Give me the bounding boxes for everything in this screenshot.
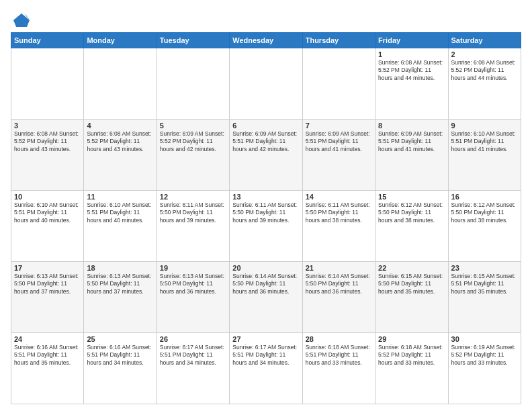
day-cell: 21Sunrise: 6:14 AM Sunset: 5:50 PM Dayli… (302, 262, 375, 333)
day-cell: 12Sunrise: 6:11 AM Sunset: 5:50 PM Dayli… (157, 191, 229, 262)
day-cell: 3Sunrise: 6:08 AM Sunset: 5:52 PM Daylig… (11, 120, 84, 191)
day-cell: 26Sunrise: 6:17 AM Sunset: 5:51 PM Dayli… (157, 333, 229, 404)
day-number: 10 (14, 193, 81, 201)
day-number: 18 (87, 264, 153, 272)
day-cell: 30Sunrise: 6:19 AM Sunset: 5:52 PM Dayli… (448, 333, 521, 404)
day-info: Sunrise: 6:16 AM Sunset: 5:51 PM Dayligh… (14, 344, 81, 367)
day-number: 16 (451, 193, 518, 201)
day-number: 26 (160, 335, 226, 343)
day-number: 20 (232, 264, 299, 272)
logo (11, 11, 31, 30)
calendar-table: SundayMondayTuesdayWednesdayThursdayFrid… (11, 32, 521, 404)
day-number: 25 (87, 335, 153, 343)
day-info: Sunrise: 6:10 AM Sunset: 5:51 PM Dayligh… (87, 201, 153, 224)
day-info: Sunrise: 6:10 AM Sunset: 5:51 PM Dayligh… (14, 201, 81, 224)
day-number: 5 (160, 122, 226, 130)
day-cell: 18Sunrise: 6:13 AM Sunset: 5:50 PM Dayli… (84, 262, 157, 333)
day-info: Sunrise: 6:13 AM Sunset: 5:50 PM Dayligh… (160, 273, 226, 295)
day-cell: 16Sunrise: 6:12 AM Sunset: 5:50 PM Dayli… (448, 191, 521, 262)
week-row-3: 10Sunrise: 6:10 AM Sunset: 5:51 PM Dayli… (11, 191, 521, 262)
day-cell: 6Sunrise: 6:09 AM Sunset: 5:51 PM Daylig… (230, 120, 302, 191)
day-cell: 8Sunrise: 6:09 AM Sunset: 5:51 PM Daylig… (375, 120, 448, 191)
day-info: Sunrise: 6:11 AM Sunset: 5:50 PM Dayligh… (160, 201, 226, 224)
day-info: Sunrise: 6:11 AM Sunset: 5:50 PM Dayligh… (306, 201, 372, 224)
day-cell: 10Sunrise: 6:10 AM Sunset: 5:51 PM Dayli… (11, 191, 84, 262)
day-info: Sunrise: 6:14 AM Sunset: 5:50 PM Dayligh… (306, 273, 372, 295)
day-number: 8 (378, 122, 445, 130)
day-cell: 1Sunrise: 6:08 AM Sunset: 5:52 PM Daylig… (375, 48, 448, 120)
day-info: Sunrise: 6:09 AM Sunset: 5:51 PM Dayligh… (232, 130, 299, 153)
day-cell (230, 48, 302, 120)
day-info: Sunrise: 6:16 AM Sunset: 5:51 PM Dayligh… (87, 344, 153, 367)
day-number: 19 (160, 264, 226, 272)
day-info: Sunrise: 6:09 AM Sunset: 5:52 PM Dayligh… (160, 130, 226, 153)
day-cell: 14Sunrise: 6:11 AM Sunset: 5:50 PM Dayli… (302, 191, 375, 262)
day-cell: 2Sunrise: 6:08 AM Sunset: 5:52 PM Daylig… (448, 48, 521, 120)
week-row-1: 1Sunrise: 6:08 AM Sunset: 5:52 PM Daylig… (11, 48, 521, 120)
day-info: Sunrise: 6:15 AM Sunset: 5:50 PM Dayligh… (378, 273, 445, 295)
logo-area (11, 11, 31, 26)
day-info: Sunrise: 6:14 AM Sunset: 5:50 PM Dayligh… (232, 273, 299, 295)
day-cell: 15Sunrise: 6:12 AM Sunset: 5:50 PM Dayli… (375, 191, 448, 262)
day-cell: 29Sunrise: 6:18 AM Sunset: 5:52 PM Dayli… (375, 333, 448, 404)
day-info: Sunrise: 6:09 AM Sunset: 5:51 PM Dayligh… (378, 130, 445, 153)
day-cell: 5Sunrise: 6:09 AM Sunset: 5:52 PM Daylig… (157, 120, 229, 191)
day-number: 7 (306, 122, 372, 130)
day-cell: 24Sunrise: 6:16 AM Sunset: 5:51 PM Dayli… (11, 333, 84, 404)
weekday-header-thursday: Thursday (302, 33, 375, 48)
day-info: Sunrise: 6:08 AM Sunset: 5:52 PM Dayligh… (87, 130, 153, 153)
day-info: Sunrise: 6:13 AM Sunset: 5:50 PM Dayligh… (87, 273, 153, 295)
day-info: Sunrise: 6:15 AM Sunset: 5:51 PM Dayligh… (451, 273, 518, 295)
day-info: Sunrise: 6:19 AM Sunset: 5:52 PM Dayligh… (451, 344, 518, 367)
day-cell: 11Sunrise: 6:10 AM Sunset: 5:51 PM Dayli… (84, 191, 157, 262)
weekday-header-row: SundayMondayTuesdayWednesdayThursdayFrid… (11, 33, 521, 48)
day-number: 15 (378, 193, 445, 201)
day-info: Sunrise: 6:08 AM Sunset: 5:52 PM Dayligh… (378, 59, 445, 82)
day-info: Sunrise: 6:11 AM Sunset: 5:50 PM Dayligh… (232, 201, 299, 224)
day-cell: 25Sunrise: 6:16 AM Sunset: 5:51 PM Dayli… (84, 333, 157, 404)
day-cell: 22Sunrise: 6:15 AM Sunset: 5:50 PM Dayli… (375, 262, 448, 333)
day-info: Sunrise: 6:13 AM Sunset: 5:50 PM Dayligh… (14, 273, 81, 295)
svg-marker-0 (13, 13, 30, 27)
weekday-header-tuesday: Tuesday (157, 33, 229, 48)
day-number: 6 (232, 122, 299, 130)
day-cell (11, 48, 84, 120)
day-info: Sunrise: 6:12 AM Sunset: 5:50 PM Dayligh… (378, 201, 445, 224)
day-number: 23 (451, 264, 518, 272)
week-row-5: 24Sunrise: 6:16 AM Sunset: 5:51 PM Dayli… (11, 333, 521, 404)
header (11, 11, 521, 26)
day-cell: 28Sunrise: 6:18 AM Sunset: 5:51 PM Dayli… (302, 333, 375, 404)
day-cell: 19Sunrise: 6:13 AM Sunset: 5:50 PM Dayli… (157, 262, 229, 333)
day-number: 13 (232, 193, 299, 201)
day-number: 12 (160, 193, 226, 201)
day-number: 14 (306, 193, 372, 201)
day-cell: 17Sunrise: 6:13 AM Sunset: 5:50 PM Dayli… (11, 262, 84, 333)
day-info: Sunrise: 6:18 AM Sunset: 5:52 PM Dayligh… (378, 344, 445, 367)
day-cell: 23Sunrise: 6:15 AM Sunset: 5:51 PM Dayli… (448, 262, 521, 333)
day-number: 30 (451, 335, 518, 343)
day-number: 1 (378, 50, 445, 58)
day-number: 2 (451, 50, 518, 58)
weekday-header-saturday: Saturday (448, 33, 521, 48)
day-info: Sunrise: 6:12 AM Sunset: 5:50 PM Dayligh… (451, 201, 518, 224)
day-info: Sunrise: 6:08 AM Sunset: 5:52 PM Dayligh… (451, 59, 518, 82)
logo-icon (12, 11, 31, 30)
day-number: 11 (87, 193, 153, 201)
day-number: 3 (14, 122, 81, 130)
day-info: Sunrise: 6:08 AM Sunset: 5:52 PM Dayligh… (14, 130, 81, 153)
day-cell: 27Sunrise: 6:17 AM Sunset: 5:51 PM Dayli… (230, 333, 302, 404)
day-number: 4 (87, 122, 153, 130)
weekday-header-wednesday: Wednesday (230, 33, 302, 48)
calendar-page: SundayMondayTuesdayWednesdayThursdayFrid… (0, 0, 532, 411)
day-number: 22 (378, 264, 445, 272)
weekday-header-sunday: Sunday (11, 33, 84, 48)
day-cell (157, 48, 229, 120)
day-info: Sunrise: 6:17 AM Sunset: 5:51 PM Dayligh… (160, 344, 226, 367)
week-row-4: 17Sunrise: 6:13 AM Sunset: 5:50 PM Dayli… (11, 262, 521, 333)
day-number: 24 (14, 335, 81, 343)
day-cell: 13Sunrise: 6:11 AM Sunset: 5:50 PM Dayli… (230, 191, 302, 262)
day-info: Sunrise: 6:18 AM Sunset: 5:51 PM Dayligh… (306, 344, 372, 367)
day-number: 21 (306, 264, 372, 272)
day-number: 17 (14, 264, 81, 272)
day-info: Sunrise: 6:10 AM Sunset: 5:51 PM Dayligh… (451, 130, 518, 153)
